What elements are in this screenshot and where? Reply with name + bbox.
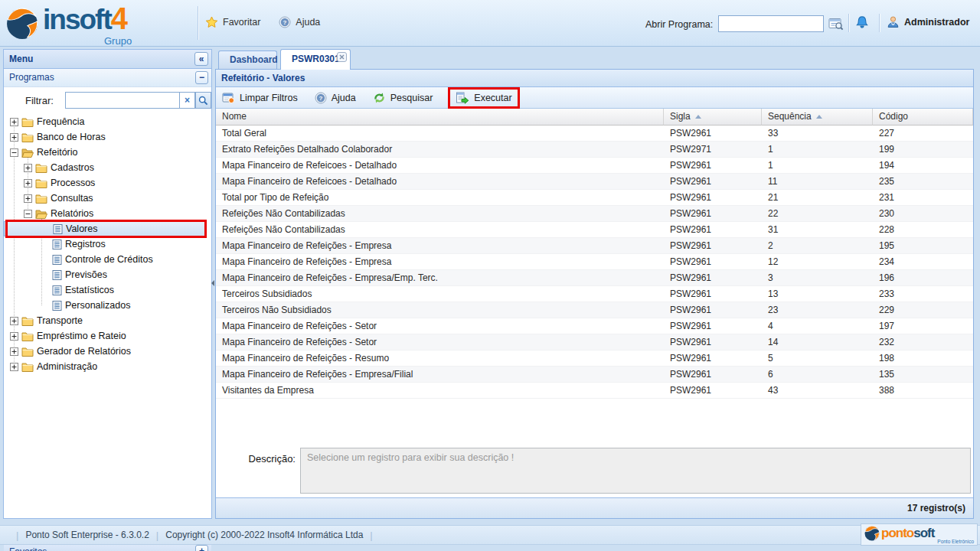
limpar-filtros-button[interactable]: Limpar Filtros <box>220 90 299 106</box>
executar-button[interactable]: Executar <box>454 90 513 106</box>
table-row[interactable]: Terceiros SubsidiadosPSW296113233 <box>216 286 973 302</box>
collapse-sidebar-button[interactable]: « <box>194 52 208 66</box>
help-icon: ? <box>279 16 291 28</box>
tree-item-personalizados[interactable]: Personalizados <box>4 298 207 313</box>
tab-pswr0301[interactable]: PSWR0301 <box>280 49 351 70</box>
expand-node-icon[interactable] <box>10 332 18 341</box>
tree-item-transporte[interactable]: Transporte <box>4 313 207 328</box>
table-cell: 234 <box>873 254 973 269</box>
filter-input[interactable] <box>65 92 180 109</box>
tree-item-processos[interactable]: Processos <box>4 175 207 191</box>
table-row[interactable]: Extrato Refeições Detalhado ColaboradorP… <box>216 142 973 158</box>
report-icon <box>52 255 62 265</box>
tab-label: Dashboard <box>230 54 278 65</box>
tree-item-administracao[interactable]: Administração <box>4 359 207 374</box>
table-cell: 198 <box>873 350 973 366</box>
help-icon: ? <box>315 92 327 104</box>
table-row[interactable]: Terceiros Não SubsidiadosPSW296123229 <box>216 302 973 318</box>
folder-icon <box>21 362 34 372</box>
column-header-nome[interactable]: Nome <box>216 109 664 126</box>
table-row[interactable]: Mapa Financeiro de Refeições - Empresa/E… <box>216 270 973 286</box>
table-row[interactable]: Mapa Financeiro de Refeicoes - Detalhado… <box>216 158 973 174</box>
table-row[interactable]: Total por Tipo de RefeiçãoPSW296121231 <box>216 190 973 206</box>
clear-filter-x-button[interactable]: × <box>180 92 195 109</box>
notifications-bell-icon[interactable] <box>854 15 870 31</box>
table-cell: Mapa Financeiro de Refeicoes - Detalhado <box>216 174 664 189</box>
tree-item-label: Cadastros <box>51 162 94 173</box>
window-magnifier-icon <box>828 18 844 31</box>
refresh-icon <box>373 92 386 104</box>
tree-item-label: Registros <box>65 239 106 249</box>
collapse-node-icon[interactable] <box>24 210 32 218</box>
table-cell: 231 <box>873 190 973 205</box>
footer-text: Copyright (c) 2000-2022 Insoft4 Informát… <box>165 530 363 540</box>
table-cell: Mapa Financeiro de Refeições - Empresa <box>216 238 664 253</box>
sort-asc-icon <box>695 115 701 119</box>
tree-item-previsoes[interactable]: Previsões <box>4 267 207 282</box>
table-row[interactable]: Total GeralPSW296133227 <box>216 126 973 142</box>
abrir-programa-input[interactable] <box>718 15 824 32</box>
expand-node-icon[interactable] <box>10 347 18 356</box>
table-row[interactable]: Mapa Financeiro de Refeições - SetorPSW2… <box>216 318 973 334</box>
pontosoft-subtitle: Ponto Eletrônico <box>937 539 974 544</box>
table-cell: 199 <box>873 142 973 157</box>
collapse-node-icon[interactable] <box>10 148 18 157</box>
tree-item-emprestimo-e-rateio[interactable]: Empréstimo e Rateio <box>4 328 207 344</box>
ajuda-button[interactable]: ?Ajuda <box>313 90 358 106</box>
tree-item-gerador-de-relatorios[interactable]: Gerador de Relatórios <box>4 344 207 359</box>
collapse-section-icon[interactable]: − <box>195 71 208 84</box>
ajuda-button[interactable]: ? Ajuda <box>279 16 320 28</box>
expand-node-icon[interactable] <box>10 133 18 142</box>
table-row[interactable]: Refeições Não ContabilizadasPSW296131228 <box>216 222 973 238</box>
tree-item-consultas[interactable]: Consultas <box>4 191 207 206</box>
expand-node-icon[interactable] <box>10 317 18 325</box>
table-row[interactable]: Mapa Financeiro de Refeições - EmpresaPS… <box>216 254 973 270</box>
close-tab-icon[interactable] <box>337 52 347 62</box>
table-row[interactable]: Mapa Financeiro de Refeições - ResumoPSW… <box>216 350 973 367</box>
tree-item-refeitorio[interactable]: Refeitório <box>4 145 207 160</box>
column-header-sequencia[interactable]: Sequência <box>762 109 873 126</box>
tab-label: PSWR0301 <box>292 54 340 64</box>
table-row[interactable]: Mapa Financeiro de Refeições - SetorPSW2… <box>216 334 973 350</box>
highlight-box-executar: Executar <box>448 87 519 109</box>
table-cell: 6 <box>762 367 873 382</box>
table-cell: 135 <box>873 367 973 382</box>
menu-title: Menu <box>9 54 33 64</box>
expand-node-icon[interactable] <box>24 164 32 172</box>
expand-favoritos-icon[interactable]: + <box>195 545 208 551</box>
splitter-collapse-handle[interactable] <box>211 280 214 286</box>
insoft4-logo-icon <box>6 8 38 40</box>
tree-item-frequencia[interactable]: Frequência <box>4 114 207 129</box>
tree-item-estatisticos[interactable]: Estatísticos <box>4 282 207 298</box>
expand-node-icon[interactable] <box>24 194 32 203</box>
table-row[interactable]: Mapa Financeiro de Refeições - EmpresaPS… <box>216 238 973 254</box>
logo-text-main: insoft <box>43 4 111 35</box>
tree-item-cadastros[interactable]: Cadastros <box>4 160 207 175</box>
sort-asc-icon <box>816 115 822 119</box>
table-row[interactable]: Visitantes da EmpresaPSW296143388 <box>216 383 973 399</box>
program-lookup-button[interactable] <box>827 16 845 31</box>
tree-item-banco-de-horas[interactable]: Banco de Horas <box>4 129 207 145</box>
expand-node-icon[interactable] <box>10 363 18 371</box>
tree-item-registros[interactable]: Registros <box>4 236 207 252</box>
table-row[interactable]: Mapa Financeiro de Refeições - Empresa/F… <box>216 367 973 383</box>
tab-dashboard[interactable]: Dashboard <box>218 51 277 69</box>
column-header-sigla[interactable]: Sigla <box>664 109 762 126</box>
programas-section-header[interactable]: Programas − <box>4 69 211 87</box>
expand-node-icon[interactable] <box>10 118 18 126</box>
filter-search-button[interactable] <box>195 92 211 109</box>
table-row[interactable]: Refeições Não ContabilizadasPSW296122230 <box>216 206 973 222</box>
descricao-textarea[interactable] <box>300 448 971 494</box>
tree-item-valores[interactable]: Valores <box>4 221 207 236</box>
column-header-codigo[interactable]: Código <box>873 109 973 126</box>
user-menu[interactable]: Administrador <box>887 15 980 28</box>
expand-node-icon[interactable] <box>24 179 32 187</box>
tree-item-controle-de-creditos[interactable]: Controle de Créditos <box>4 252 207 267</box>
footer-separator: | <box>16 530 18 541</box>
top-header: insoft4 Grupo Favoritar ? Ajuda Abrir Pr… <box>0 0 980 47</box>
column-label: Sequência <box>768 109 812 125</box>
table-row[interactable]: Mapa Financeiro de Refeicoes - Detalhado… <box>216 174 973 190</box>
tree-item-relatorios[interactable]: Relatórios <box>4 206 207 221</box>
pesquisar-button[interactable]: Pesquisar <box>371 90 435 106</box>
favoritar-button[interactable]: Favoritar <box>205 16 260 28</box>
